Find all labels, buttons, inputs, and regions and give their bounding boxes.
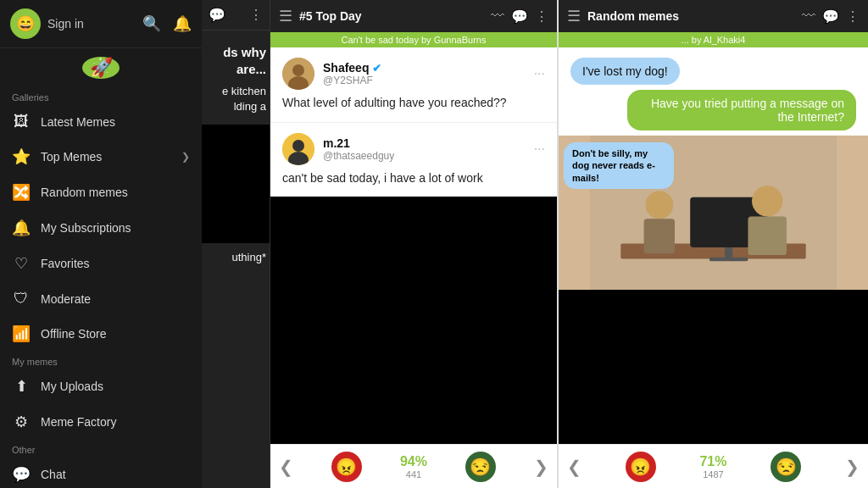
- tweet1-avatar: [282, 58, 314, 90]
- tweet1-name-area: Shafeeq ✔ @Y2SHAF: [323, 61, 526, 86]
- random-memes-icon: 🔀: [12, 183, 31, 202]
- sidebar-item-my-subscriptions[interactable]: 🔔 My Subscriptions: [0, 210, 202, 246]
- right-meme-black: [559, 290, 868, 444]
- sidebar-item-top-memes[interactable]: ⭐ Top Memes ❯: [0, 139, 202, 175]
- sidebar-item-moderate[interactable]: 🛡 Moderate: [0, 281, 202, 316]
- message-icon[interactable]: 💬: [511, 8, 528, 25]
- meme-scene-bg: Don't be silly, my dog never reads e-mai…: [559, 136, 868, 290]
- subscriptions-icon: 🔔: [12, 219, 31, 237]
- sidebar-item-latest-memes[interactable]: 🖼 Latest Memes: [0, 104, 202, 139]
- preview-panel: 💬 ⋮ ds why are... e kitchen lding a uthi…: [202, 0, 270, 488]
- next-arrow[interactable]: ❯: [534, 457, 548, 477]
- like-face[interactable]: 😒: [465, 452, 496, 482]
- tweet1-text: What level of adulting have you reached?…: [282, 95, 545, 112]
- like-face[interactable]: 😒: [771, 452, 801, 482]
- sidebar-header: 😄 Sign in 🔍 🔔: [0, 0, 202, 48]
- right-subtitle-text: ... by Al_Khaki4: [682, 35, 746, 45]
- tweet-card-1: Shafeeq ✔ @Y2SHAF ··· What level of adul…: [270, 47, 557, 123]
- tweet-card-2: m.21 @thatsaeedguy ··· can't be sad toda…: [270, 123, 557, 197]
- preview-text5: uthing*: [232, 250, 270, 265]
- menu-icon[interactable]: ☰: [567, 7, 581, 25]
- bell-icon[interactable]: 🔔: [173, 14, 192, 33]
- speech-bubble-overlay: Don't be silly, my dog never reads e-mai…: [564, 142, 674, 189]
- sidebar-item-label: Offline Store: [41, 327, 107, 341]
- sidebar-item-label: Meme Factory: [41, 415, 116, 429]
- preview-text3: e kitchen: [222, 84, 270, 99]
- sidebar-item-label: Favorites: [41, 257, 90, 270]
- tweet1-name: Shafeeq ✔: [323, 61, 526, 75]
- search-icon[interactable]: 🔍: [142, 14, 161, 33]
- svg-rect-9: [725, 247, 732, 259]
- right-bottom-bar: ❮ 😠 71% 1487 😒 ❯: [559, 444, 868, 488]
- tweet2-handle: @thatsaeedguy: [323, 150, 526, 162]
- svg-point-1: [292, 64, 304, 76]
- tweet2-header: m.21 @thatsaeedguy ···: [282, 133, 545, 165]
- more-vert-icon[interactable]: ⋮: [846, 8, 860, 25]
- sidebar: 😄 Sign in 🔍 🔔 🚀 Galleries 🖼 Latest Memes…: [0, 0, 202, 488]
- right-panel: ☰ Random memes 〰 💬 ⋮ ... by Al_Khaki4 I'…: [558, 0, 868, 488]
- trending-icon[interactable]: 〰: [491, 8, 504, 24]
- preview-content: ds why are... e kitchen lding a uthing*: [202, 30, 270, 488]
- middle-subtitle-text: Can't be sad today by GunnaBurns: [342, 35, 487, 45]
- svg-rect-12: [644, 219, 675, 253]
- right-subtitle-bar: ... by Al_Khaki4: [559, 32, 868, 47]
- sidebar-item-offline-store[interactable]: 📶 Offline Store: [0, 316, 202, 352]
- sign-in-label[interactable]: Sign in: [47, 17, 84, 30]
- right-panel-header: ☰ Random memes 〰 💬 ⋮: [559, 0, 868, 32]
- preview-text4: lding a: [234, 99, 270, 114]
- svg-point-13: [752, 186, 782, 216]
- dislike-face[interactable]: 😠: [331, 452, 362, 482]
- latest-memes-icon: 🖼: [12, 113, 31, 130]
- speech-bubble-2: Have you tried putting a message on the …: [627, 90, 856, 130]
- speech-bubble-container: I've lost my dog! Have you tried putting…: [559, 47, 868, 136]
- sidebar-item-random-memes[interactable]: 🔀 Random memes: [0, 175, 202, 210]
- prev-arrow[interactable]: ❮: [279, 457, 293, 477]
- preview-text2: are...: [236, 61, 270, 78]
- tweet2-more-icon[interactable]: ···: [534, 141, 545, 157]
- next-arrow[interactable]: ❯: [845, 457, 860, 477]
- sidebar-item-favorites[interactable]: ♡ Favorites: [0, 246, 202, 281]
- my-memes-label: My memes: [0, 352, 202, 369]
- preview-black-box: [202, 125, 270, 243]
- trending-icon[interactable]: 〰: [802, 8, 815, 24]
- moderate-icon: 🛡: [12, 290, 31, 308]
- svg-point-4: [292, 140, 304, 152]
- fab-button[interactable]: 🚀: [82, 57, 120, 79]
- vote-percent: 94% 441: [400, 454, 427, 480]
- meme-scene: Don't be silly, my dog never reads e-mai…: [559, 136, 868, 290]
- sidebar-item-label: My Uploads: [41, 380, 103, 393]
- sidebar-item-meme-factory[interactable]: ⚙ Meme Factory: [0, 404, 202, 440]
- more-vert-icon[interactable]: ⋮: [249, 7, 263, 23]
- dislike-face[interactable]: 😠: [626, 452, 656, 482]
- svg-point-11: [645, 191, 673, 219]
- vote-count: 1487: [699, 469, 726, 480]
- preview-panel-header: 💬 ⋮: [202, 0, 270, 30]
- preview-text1: ds why: [223, 44, 270, 61]
- app-logo: 😄: [10, 8, 41, 39]
- top-memes-icon: ⭐: [12, 147, 31, 166]
- sidebar-item-label: My Subscriptions: [41, 221, 131, 235]
- chevron-right-icon: ❯: [181, 151, 190, 163]
- galleries-label: Galleries: [0, 87, 202, 104]
- sidebar-item-label: Moderate: [41, 292, 91, 306]
- prev-arrow[interactable]: ❮: [567, 457, 581, 477]
- logo-area: 😄 Sign in: [10, 8, 84, 39]
- tweet2-avatar: [282, 133, 314, 165]
- my-uploads-icon: ⬆: [12, 377, 31, 396]
- sidebar-item-my-uploads[interactable]: ⬆ My Uploads: [0, 369, 202, 404]
- meme-content: Shafeeq ✔ @Y2SHAF ··· What level of adul…: [270, 47, 557, 444]
- sidebar-item-chat[interactable]: 💬 Chat: [0, 457, 202, 488]
- other-label: Other: [0, 440, 202, 457]
- tweet1-more-icon[interactable]: ···: [534, 66, 545, 81]
- middle-bottom-bar: ❮ 😠 94% 441 😒 ❯: [270, 444, 557, 488]
- percent-value: 71%: [699, 454, 726, 469]
- svg-rect-14: [748, 217, 787, 255]
- more-vert-icon[interactable]: ⋮: [535, 8, 548, 25]
- message-icon[interactable]: 💬: [822, 8, 839, 25]
- header-icons: 🔍 🔔: [142, 14, 192, 33]
- chat-bubble-icon: 💬: [209, 7, 225, 23]
- vote-percent: 71% 1487: [699, 454, 726, 480]
- menu-icon[interactable]: ☰: [279, 7, 292, 25]
- verified-badge: ✔: [372, 62, 381, 75]
- right-meme-area: I've lost my dog! Have you tried putting…: [559, 47, 868, 444]
